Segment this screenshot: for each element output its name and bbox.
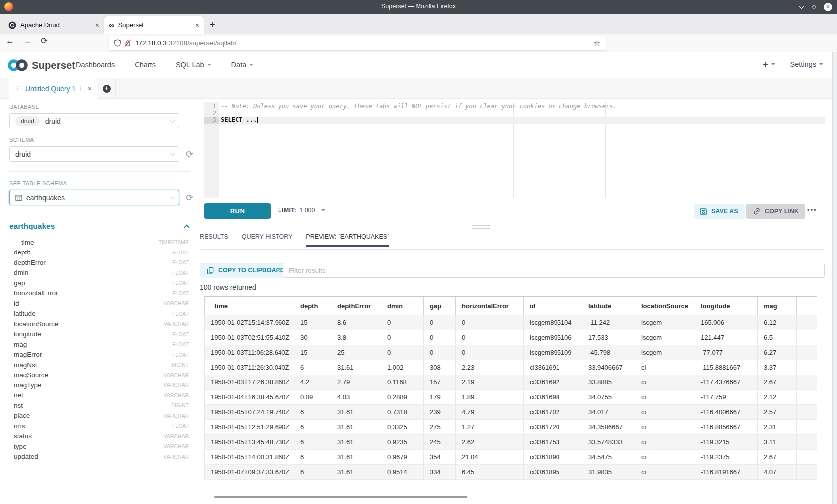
results-column-header-locationSource[interactable]: locationSource [635, 297, 695, 315]
tab-query-history[interactable]: QUERY HISTORY [242, 233, 293, 247]
run-button[interactable]: RUN [204, 203, 271, 219]
pane-resize-handle[interactable] [472, 225, 490, 230]
table-cell: 0 [381, 345, 424, 360]
new-tab-button[interactable]: + [210, 20, 215, 29]
tab-preview-earthquakes[interactable]: PREVIEW: `EARTHQUAKES` [306, 233, 389, 247]
nav-charts[interactable]: Charts [135, 61, 156, 69]
more-actions-button[interactable]: ••• [807, 206, 817, 213]
results-column-header-gap[interactable]: gap [424, 297, 456, 315]
tab-results[interactable]: RESULTS [200, 233, 228, 247]
sql-editor[interactable]: 1 2 3 -- Note: Unless you save your quer… [204, 102, 825, 198]
table-cell: 25 [331, 345, 381, 360]
results-column-header-_time[interactable]: _time [205, 297, 294, 315]
column-type: FLOAT [172, 311, 190, 317]
table-cell: ci [635, 375, 695, 390]
table-cell: 2.12 [758, 390, 797, 405]
table-cell: 33.5748333 [582, 435, 635, 450]
schema-column-item: idVARCHAR [9, 298, 190, 309]
schema-column-item: statusVARCHAR [9, 431, 190, 442]
insecure-lock-icon[interactable] [125, 40, 131, 47]
schema-select[interactable]: druid [9, 146, 179, 162]
column-name: longitude [14, 330, 41, 338]
query-tab-close-icon[interactable]: × [88, 85, 92, 93]
save-as-button[interactable]: SAVE AS [694, 204, 745, 219]
database-select[interactable]: druid druid [9, 113, 179, 128]
nav-sql-lab[interactable]: SQL Lab [176, 61, 211, 69]
nav-data[interactable]: Data [231, 61, 254, 69]
table-cell: 30 [294, 330, 331, 345]
results-column-header-longitude[interactable]: longitude [695, 297, 758, 315]
results-column-header-dmin[interactable]: dmin [381, 297, 424, 315]
table-schema-title[interactable]: earthquakes [9, 222, 55, 231]
new-item-button[interactable]: + [763, 60, 775, 69]
table-cell-spacer [797, 360, 817, 375]
window-close-icon[interactable]: × [824, 3, 832, 11]
refresh-schemas-icon[interactable]: ⟳ [186, 150, 193, 159]
column-name: status [14, 432, 32, 440]
table-cell: 0.1168 [381, 375, 424, 390]
url-host: 172.18.0.3 [135, 39, 167, 47]
browser-toolbar: ← → ⟳ 172.18.0.3:32108/superset/sqllab/ … [0, 34, 837, 52]
limit-dropdown[interactable]: LIMIT: 1 000 [278, 207, 325, 214]
column-type: FLOAT [172, 280, 190, 286]
results-column-header-latitude[interactable]: latitude [582, 297, 635, 315]
drag-handle-icon[interactable]: ⋮ [14, 85, 21, 92]
table-grid-icon [15, 195, 22, 201]
reload-icon[interactable]: ⟳ [41, 37, 48, 45]
table-cell: 2.79 [331, 375, 381, 390]
results-column-header-mag[interactable]: mag [758, 297, 797, 315]
tab-close-icon[interactable]: × [95, 22, 99, 29]
collapse-chevron-icon[interactable] [184, 224, 189, 230]
forward-icon[interactable]: → [23, 37, 32, 45]
nav-label: Dashboards [76, 61, 115, 69]
column-name: locationSource [14, 320, 58, 328]
table-cell: 1.27 [456, 420, 524, 435]
bookmark-star-icon[interactable]: ☆ [594, 39, 600, 48]
results-table-container: _timedepthdepthErrordmingaphorizontalErr… [204, 296, 825, 480]
back-icon[interactable]: ← [6, 37, 14, 45]
copy-link-button[interactable]: COPY LINK [746, 204, 805, 219]
nav-dashboards[interactable]: Dashboards [76, 61, 115, 69]
schema-column-item: longitudeFLOAT [9, 329, 190, 340]
table-cell: 0 [424, 315, 456, 330]
column-name: type [14, 443, 27, 450]
table-cell: 34.017 [582, 405, 635, 420]
browser-tab-apache-druid[interactable]: Apache Druid × [4, 16, 104, 34]
table-cell: 1950-01-07T09:37:33.670Z [205, 465, 294, 480]
column-type: FLOAT [172, 341, 190, 347]
column-name: rms [14, 422, 25, 430]
limit-value: 1 000 [299, 207, 315, 214]
results-column-header-depth[interactable]: depth [294, 297, 331, 315]
url-bar[interactable]: 172.18.0.3:32108/superset/sqllab/ ☆ [109, 36, 606, 50]
table-cell: -116.8856667 [695, 420, 758, 435]
settings-menu[interactable]: Settings [790, 60, 823, 68]
horizontal-scrollbar[interactable] [214, 496, 467, 498]
superset-brand[interactable]: Superset [7, 58, 75, 73]
tracking-shield-icon[interactable] [114, 39, 121, 47]
results-column-header-depthError[interactable]: depthError [331, 297, 381, 315]
results-table: _timedepthdepthErrordmingaphorizontalErr… [204, 296, 817, 480]
results-column-header-horizontalError[interactable]: horizontalError [456, 297, 524, 315]
window-maximize-icon[interactable]: ◇ [812, 4, 816, 10]
results-column-header-id[interactable]: id [524, 297, 582, 315]
browser-tab-superset[interactable]: ∞ Superset × [104, 16, 204, 34]
table-cell: 1950-01-05T12:51:29.690Z [205, 420, 294, 435]
table-cell-spacer [797, 330, 817, 345]
add-query-tab-button[interactable]: + [98, 78, 116, 99]
query-tab-active[interactable]: ⋮ Untitled Query 1 × [9, 78, 97, 99]
nav-label: Data [231, 61, 247, 69]
column-name: magError [14, 351, 42, 358]
table-cell: -115.8881667 [695, 360, 758, 375]
column-name: nst [14, 402, 23, 409]
table-cell: 21.04 [456, 450, 524, 465]
copy-to-clipboard-button[interactable]: COPY TO CLIPBOARD [200, 263, 292, 278]
table-cell: 2.62 [456, 435, 524, 450]
tab-close-icon[interactable]: × [195, 22, 199, 29]
nav-label: SQL Lab [176, 61, 204, 69]
refresh-tables-icon[interactable]: ⟳ [186, 193, 193, 202]
table-cell: ci [635, 390, 695, 405]
table-select[interactable]: earthquakes [9, 190, 179, 205]
schema-column-item: magTypeVARCHAR [9, 380, 190, 390]
filter-results-input[interactable] [283, 263, 825, 278]
page-scrollbar[interactable] [832, 52, 837, 504]
